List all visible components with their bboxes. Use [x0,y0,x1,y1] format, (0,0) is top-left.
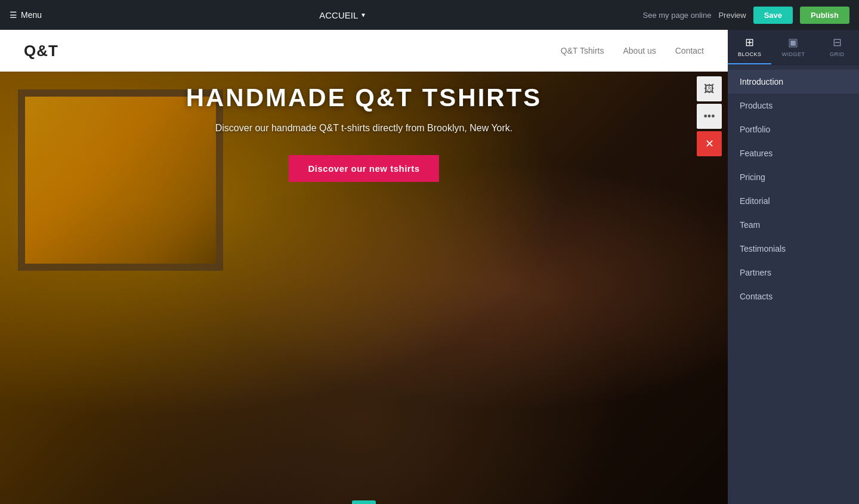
panel-item-contacts[interactable]: Contacts [728,285,859,308]
website-preview: Q&T Q&T Tshirts About us Contact HANDMAD… [0,30,728,504]
hero-subtitle: Discover our handmade Q&T t-shirts direc… [12,123,716,134]
panel-item-pricing[interactable]: Pricing [728,165,859,189]
nav-link-about[interactable]: About us [623,46,656,55]
topbar-right: See my page online Preview Save Publish [643,7,850,24]
panel-item-introduction[interactable]: Introduction [728,70,859,94]
more-options-button[interactable]: ••• [697,104,722,129]
bottom-indicator [352,500,376,504]
canvas-area: Q&T Q&T Tshirts About us Contact HANDMAD… [0,30,728,504]
publish-button[interactable]: Publish [800,7,849,24]
hamburger-icon: ☰ [10,10,17,20]
panel-item-features[interactable]: Features [728,141,859,165]
panel-item-products[interactable]: Products [728,94,859,118]
site-nav: Q&T Q&T Tshirts About us Contact [0,30,728,72]
image-icon: 🖼 [704,83,715,95]
image-tool-button[interactable]: 🖼 [697,76,722,101]
close-icon: ✕ [705,137,714,150]
site-logo: Q&T [24,42,58,60]
menu-button[interactable]: ☰ Menu [10,10,42,20]
widget-tab-label: WIDGET [781,51,805,57]
chevron-down-icon: ▾ [361,11,365,19]
site-nav-links: Q&T Tshirts About us Contact [561,46,704,55]
topbar: ☰ Menu ACCUEIL ▾ See my page online Prev… [0,0,859,30]
blocks-tab-label: BLOCKS [738,51,762,57]
nav-link-tshirts[interactable]: Q&T Tshirts [561,46,604,55]
side-toolbar: 🖼 ••• ✕ [697,76,722,156]
hero-content: HANDMADE Q&T TSHIRTS Discover our handma… [0,72,728,194]
panel-item-partners[interactable]: Partners [728,261,859,285]
panel-item-team[interactable]: Team [728,213,859,237]
grid-tab-label: GRID [830,51,845,57]
page-selector[interactable]: ACCUEIL ▾ [319,10,365,20]
hero-title: HANDMADE Q&T TSHIRTS [12,84,716,112]
blocks-tab-icon: ⊞ [745,36,754,49]
preview-button[interactable]: Preview [718,11,746,20]
nav-link-contact[interactable]: Contact [675,46,704,55]
panel-items: Introduction Products Portfolio Features… [728,65,859,504]
widget-tab-icon: ▣ [788,36,798,49]
hero-cta-button[interactable]: Discover our new tshirts [289,155,438,182]
topbar-left: ☰ Menu [10,10,42,20]
panel-item-portfolio[interactable]: Portfolio [728,118,859,141]
see-online-link[interactable]: See my page online [643,11,712,20]
panel-item-editorial[interactable]: Editorial [728,189,859,213]
main-layout: Q&T Q&T Tshirts About us Contact HANDMAD… [0,30,859,504]
panel-tabs: ⊞ BLOCKS ▣ WIDGET ⊟ GRID [728,30,859,65]
tab-widget[interactable]: ▣ WIDGET [771,30,815,64]
page-name: ACCUEIL [319,10,358,20]
right-panel: ⊞ BLOCKS ▣ WIDGET ⊟ GRID Introduction Pr… [728,30,859,504]
tab-grid[interactable]: ⊟ GRID [815,30,859,64]
dots-icon: ••• [704,110,715,123]
close-block-button[interactable]: ✕ [697,131,722,156]
panel-item-testimonials[interactable]: Testimonials [728,237,859,261]
hero-section: HANDMADE Q&T TSHIRTS Discover our handma… [0,72,728,504]
tab-blocks[interactable]: ⊞ BLOCKS [728,30,771,64]
save-button[interactable]: Save [753,7,793,24]
grid-tab-icon: ⊟ [833,36,842,49]
menu-label: Menu [21,10,42,20]
